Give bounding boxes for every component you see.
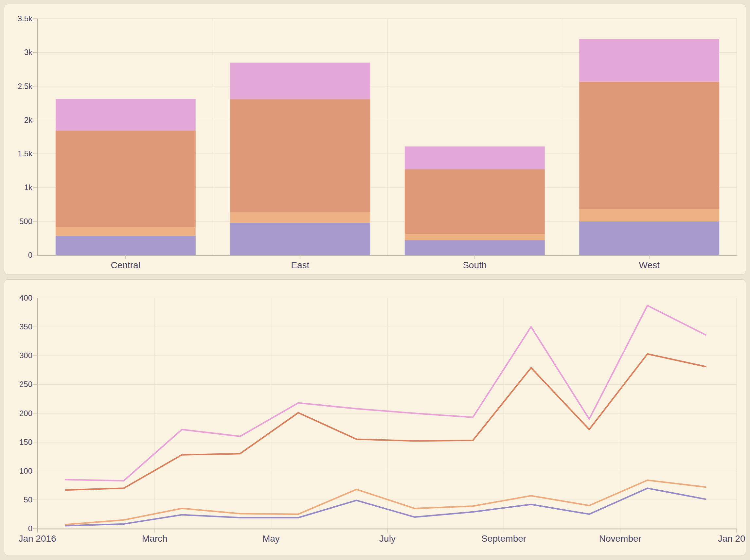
bar-chart-card: 05001k1.5k2k2.5k3k3.5kCentralEastSouthWe… <box>4 4 746 275</box>
bar-segment-tan-central <box>56 227 196 236</box>
category-label-south: South <box>463 260 487 270</box>
y-axis-tick-label: 200 <box>19 409 33 418</box>
x-axis-tick-label: November <box>599 534 642 544</box>
y-axis-tick-label: 3k <box>24 48 33 57</box>
y-axis-tick-label: 500 <box>19 217 33 226</box>
bar-segment-salmon-east <box>230 99 370 212</box>
category-label-central: Central <box>111 260 140 270</box>
y-axis-tick-label: 2.5k <box>18 82 33 91</box>
y-axis-tick-label: 400 <box>19 294 33 302</box>
x-axis-tick-label: Jan 2016 <box>18 534 56 544</box>
x-axis-tick-label: March <box>142 534 167 544</box>
bar-segment-pink-south <box>405 146 545 169</box>
dashboard-page: { "page": { "background": "#ece5d4", "ca… <box>0 0 750 560</box>
y-axis-tick-label: 1k <box>24 183 33 192</box>
bar-segment-purple-central <box>56 236 196 255</box>
y-axis-tick-label: 3.5k <box>18 14 33 23</box>
monthly-line-chart: 050100150200250300350400Jan 2016MarchMay… <box>4 280 746 555</box>
line-series-orange <box>65 354 706 490</box>
bar-segment-tan-south <box>405 234 545 240</box>
bar-segment-salmon-south <box>405 169 545 234</box>
y-axis-tick-label: 2k <box>24 116 33 124</box>
line-series-purple <box>65 488 706 526</box>
y-axis-tick-label: 350 <box>19 322 33 331</box>
stacked-bar-chart: 05001k1.5k2k2.5k3k3.5kCentralEastSouthWe… <box>4 4 746 275</box>
line-chart-card: 050100150200250300350400Jan 2016MarchMay… <box>4 279 746 555</box>
category-label-east: East <box>291 260 309 270</box>
bar-segment-tan-east <box>230 212 370 223</box>
bar-segment-purple-east <box>230 223 370 255</box>
bar-segment-purple-south <box>405 240 545 255</box>
y-axis-tick-label: 50 <box>23 495 33 504</box>
x-axis-tick-label: September <box>481 534 526 544</box>
y-axis-tick-label: 250 <box>19 380 33 388</box>
x-axis-tick-label: July <box>379 534 396 544</box>
bar-segment-salmon-west <box>579 82 719 209</box>
bar-segment-pink-central <box>56 99 196 131</box>
bar-segment-tan-west <box>579 209 719 221</box>
y-axis-tick-label: 0 <box>28 251 33 259</box>
y-axis-tick-label: 100 <box>19 466 33 475</box>
x-axis-tick-label: Jan 2017 <box>717 534 746 544</box>
y-axis-tick-label: 0 <box>28 524 33 533</box>
y-axis-tick-label: 300 <box>19 351 33 360</box>
bar-segment-pink-east <box>230 62 370 99</box>
y-axis-tick-label: 150 <box>19 438 33 446</box>
x-axis-tick-label: May <box>262 534 280 544</box>
bar-segment-purple-west <box>579 221 719 255</box>
bar-segment-pink-west <box>579 39 719 81</box>
y-axis-tick-label: 1.5k <box>18 149 33 158</box>
bar-segment-salmon-central <box>56 131 196 227</box>
category-label-west: West <box>639 260 660 270</box>
line-series-pink <box>65 305 706 481</box>
